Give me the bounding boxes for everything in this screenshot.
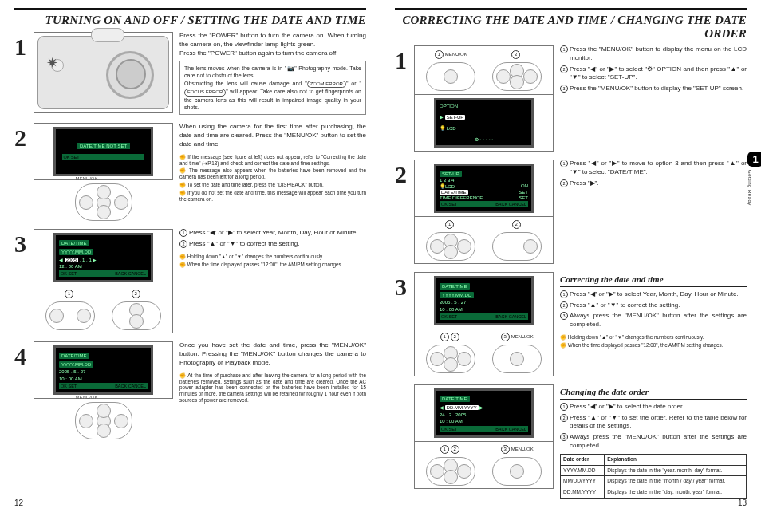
step-1: 1 1MENU/OK 2 OPTION ▶ SET-UP 💡 LCD ⚙ ◦ ◦… xyxy=(395,45,747,152)
step-number: 4 xyxy=(14,341,34,439)
footnotes: ✊ Holding down "▲" or "▼" changes the nu… xyxy=(179,254,366,268)
step-number: 2 xyxy=(14,123,34,221)
step-text: When using the camera for the first time… xyxy=(179,123,366,148)
footnotes: ✊ If the message (see figure at left) do… xyxy=(179,154,366,203)
footnotes: ✊ Holding down "▲" or "▼" changes the nu… xyxy=(560,334,747,349)
rule xyxy=(14,8,366,10)
figure-dpads: 12 3MENU/OK xyxy=(414,442,554,489)
step-text: Press the "POWER" button to turn the cam… xyxy=(179,32,366,57)
chapter-tab: 1 Getting Ready xyxy=(747,152,761,206)
figure-screen-date: DATE/TIME YYYY.MM.DD 2005 . 5 . 27 10 : … xyxy=(414,272,554,329)
rule xyxy=(395,8,747,10)
figure-dpads: 1MENU/OK 2 xyxy=(414,45,554,95)
figure-screen-dateorder: DATE/TIME ◀ DD.MM.YYYY ▶ 24 . 2 . 2005 1… xyxy=(414,384,554,442)
step-2: 2 SET-UP 1 2 3 4 💡LCDON DATE/TIMESET TIM… xyxy=(395,160,747,264)
page-title: CORRECTING THE DATE AND TIME / CHANGING … xyxy=(395,14,747,41)
figure-screen-date2: DATE/TIME YYYY.MM.DD 2005 . 5 . 27 10 : … xyxy=(34,341,173,399)
page-left: TURNING ON AND OFF / SETTING THE DATE AN… xyxy=(0,8,380,510)
step-number: 1 xyxy=(14,32,34,115)
page-number: 13 xyxy=(738,499,747,507)
figure-dpads: 1 2 xyxy=(414,217,554,264)
page-right: CORRECTING THE DATE AND TIME / CHANGING … xyxy=(380,8,761,510)
step-number: 3 xyxy=(14,229,34,333)
page-title: TURNING ON AND OFF / SETTING THE DATE AN… xyxy=(14,14,366,27)
step-2: 2 DATE/TIME NOT SET OK SET MENU/OK When … xyxy=(14,123,366,221)
dpad-icon: MENU/OK xyxy=(75,183,132,221)
step-4: 4 DATE/TIME ◀ DD.MM.YYYY ▶ 24 . 2 . 2005… xyxy=(395,384,747,499)
sub-heading: Changing the date order xyxy=(560,386,747,400)
step-1: 1 ✷ Press the "POWER" button to turn the… xyxy=(14,32,366,115)
date-order-table: Date orderExplanation YYYY.MM.DDDisplays… xyxy=(560,454,747,499)
figure-camera: ✷ xyxy=(34,32,173,113)
sub-heading: Correcting the date and time xyxy=(560,274,747,287)
step-3: 3 DATE/TIME YYYY.MM.DD 2005 . 5 . 27 10 … xyxy=(395,272,747,376)
table-row: DD.MM.YYYYDisplays the date in the "day.… xyxy=(561,487,747,499)
caution-note: The lens moves when the camera is in "📷"… xyxy=(179,61,366,115)
page-number: 12 xyxy=(14,499,23,507)
table-row: YYYY.MM.DDDisplays the date in the "year… xyxy=(561,465,747,476)
figure-screen-setup: SET-UP 1 2 3 4 💡LCDON DATE/TIMESET TIME … xyxy=(414,160,554,217)
figure-screen-msg: DATE/TIME NOT SET OK SET xyxy=(34,123,173,180)
footnotes: ✊ At the time of purchase and after leav… xyxy=(179,372,366,404)
figure-screen-option: OPTION ▶ SET-UP 💡 LCD ⚙ ◦ ◦ ◦ ◦ ◦ xyxy=(414,95,554,152)
figure-dpads: 12 3MENU/OK xyxy=(414,329,554,376)
dpad-icon: MENU/OK xyxy=(75,402,132,439)
manual-spread: TURNING ON AND OFF / SETTING THE DATE AN… xyxy=(0,0,761,532)
step-3: 3 DATE/TIME YYYY.MM.DD ◀ 2005 . 1 . 1 ▶ … xyxy=(14,229,366,333)
figure-dpads: 1 2 xyxy=(34,286,173,333)
step-text: Once you have set the date and time, pre… xyxy=(179,341,366,367)
figure-screen-date: DATE/TIME YYYY.MM.DD ◀ 2005 . 1 . 1 ▶ 12… xyxy=(34,229,173,286)
table-row: MM/DD/YYYYDisplays the date in the "mont… xyxy=(561,476,747,487)
step-4: 4 DATE/TIME YYYY.MM.DD 2005 . 5 . 27 10 … xyxy=(14,341,366,439)
